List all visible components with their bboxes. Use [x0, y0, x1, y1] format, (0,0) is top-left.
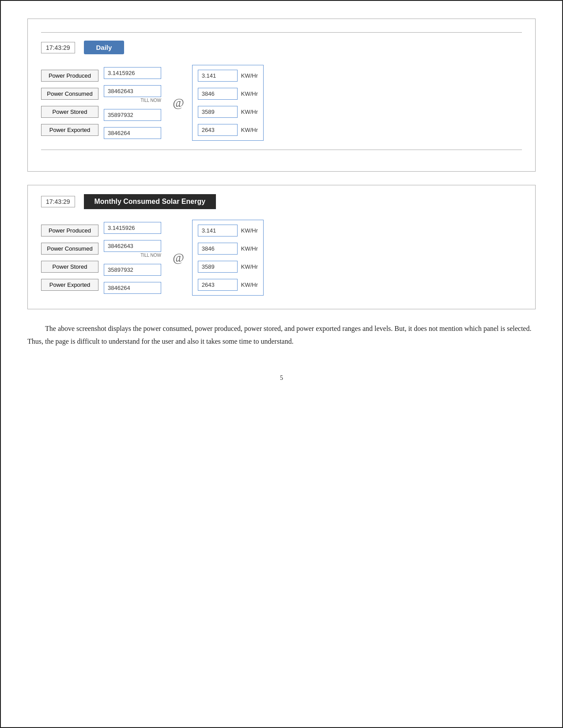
panel1-input-wrapper-4 — [104, 127, 161, 139]
panel2-right-exported[interactable] — [198, 279, 238, 291]
label-power-produced-2[interactable]: Power Produced — [41, 225, 98, 236]
page-number: 5 — [27, 375, 536, 382]
panel1-right-row-3: KW/Hr — [198, 106, 258, 118]
panel2-right-row-2: KW/Hr — [198, 243, 258, 255]
panel1-unit-3: KW/Hr — [241, 109, 258, 115]
panel2-till-now: TILL NOW — [104, 253, 161, 258]
panel1-input-wrapper-2: TILL NOW — [104, 85, 161, 103]
panel2-input-exported[interactable] — [104, 282, 161, 294]
panel1-input-produced[interactable] — [104, 67, 161, 79]
panel2-labels-col: Power Produced Power Consumed Power Stor… — [41, 225, 98, 291]
panel2-right-row-4: KW/Hr — [198, 279, 258, 291]
panel2-right-col: KW/Hr KW/Hr KW/Hr KW/Hr — [192, 220, 264, 296]
daily-button[interactable]: Daily — [84, 41, 125, 54]
panel1-header: 17:43:29 Daily — [41, 41, 522, 54]
panel1-right-row-4: KW/Hr — [198, 124, 258, 136]
page-container: 17:43:29 Daily Power Produced Power Cons… — [0, 0, 563, 728]
panel1-input-wrapper-1 — [104, 67, 161, 79]
label-power-exported-2[interactable]: Power Exported — [41, 279, 98, 291]
panel1-right-stored[interactable] — [198, 106, 238, 118]
panel1-right-produced[interactable] — [198, 70, 238, 82]
panel1-timestamp: 17:43:29 — [41, 42, 75, 53]
panel2-input-wrapper-2: TILL NOW — [104, 240, 161, 258]
panel1-right-row-2: KW/Hr — [198, 88, 258, 100]
bottom-rule-1 — [41, 150, 522, 150]
panel1-right-col: KW/Hr KW/Hr KW/Hr KW/Hr — [192, 65, 264, 141]
label-power-exported-1[interactable]: Power Exported — [41, 124, 98, 136]
panel2-right-consumed[interactable] — [198, 243, 238, 255]
panel1-input-exported[interactable] — [104, 127, 161, 139]
label-power-produced-1[interactable]: Power Produced — [41, 70, 98, 82]
panel2-data-grid: Power Produced Power Consumed Power Stor… — [41, 220, 522, 296]
panel2-header: 17:43:29 Monthly Consumed Solar Energy — [41, 194, 522, 209]
panel1-right-exported[interactable] — [198, 124, 238, 136]
panel2-input-wrapper-3 — [104, 264, 161, 276]
panel1-unit-2: KW/Hr — [241, 90, 258, 97]
panel1-right-row-1: KW/Hr — [198, 70, 258, 82]
panel2-right-stored[interactable] — [198, 261, 238, 273]
panel1-input-col: TILL NOW — [104, 67, 161, 139]
panel-monthly: 17:43:29 Monthly Consumed Solar Energy P… — [27, 185, 536, 309]
top-rule — [41, 32, 522, 33]
panel1-input-stored[interactable] — [104, 109, 161, 121]
label-power-consumed-1[interactable]: Power Consumed — [41, 88, 98, 100]
panel1-unit-4: KW/Hr — [241, 127, 258, 133]
panel1-data-grid: Power Produced Power Consumed Power Stor… — [41, 65, 522, 141]
panel2-unit-2: KW/Hr — [241, 245, 258, 252]
panel2-unit-3: KW/Hr — [241, 263, 258, 270]
monthly-title: Monthly Consumed Solar Energy — [84, 194, 216, 209]
panel1-labels-col: Power Produced Power Consumed Power Stor… — [41, 70, 98, 136]
panel2-input-produced[interactable] — [104, 222, 161, 234]
panel2-input-stored[interactable] — [104, 264, 161, 276]
panel1-at-symbol: @ — [173, 96, 184, 110]
panel2-input-col: TILL NOW — [104, 222, 161, 294]
panel2-right-produced[interactable] — [198, 225, 238, 236]
panel2-input-consumed[interactable] — [104, 240, 161, 252]
panel1-till-now: TILL NOW — [104, 98, 161, 103]
panel2-right-row-1: KW/Hr — [198, 225, 258, 236]
panel2-timestamp: 17:43:29 — [41, 196, 75, 207]
label-power-stored-2[interactable]: Power Stored — [41, 261, 98, 273]
label-power-stored-1[interactable]: Power Stored — [41, 106, 98, 118]
description-paragraph: The above screenshot displays the power … — [27, 323, 536, 348]
panel2-at-symbol: @ — [173, 251, 184, 265]
panel1-unit-1: KW/Hr — [241, 72, 258, 79]
panel2-unit-1: KW/Hr — [241, 227, 258, 234]
panel2-unit-4: KW/Hr — [241, 281, 258, 288]
panel2-right-row-3: KW/Hr — [198, 261, 258, 273]
panel1-input-consumed[interactable] — [104, 85, 161, 97]
panel-daily: 17:43:29 Daily Power Produced Power Cons… — [27, 19, 536, 172]
label-power-consumed-2[interactable]: Power Consumed — [41, 243, 98, 255]
panel1-input-wrapper-3 — [104, 109, 161, 121]
panel1-right-consumed[interactable] — [198, 88, 238, 100]
panel2-input-wrapper-4 — [104, 282, 161, 294]
panel2-input-wrapper-1 — [104, 222, 161, 234]
